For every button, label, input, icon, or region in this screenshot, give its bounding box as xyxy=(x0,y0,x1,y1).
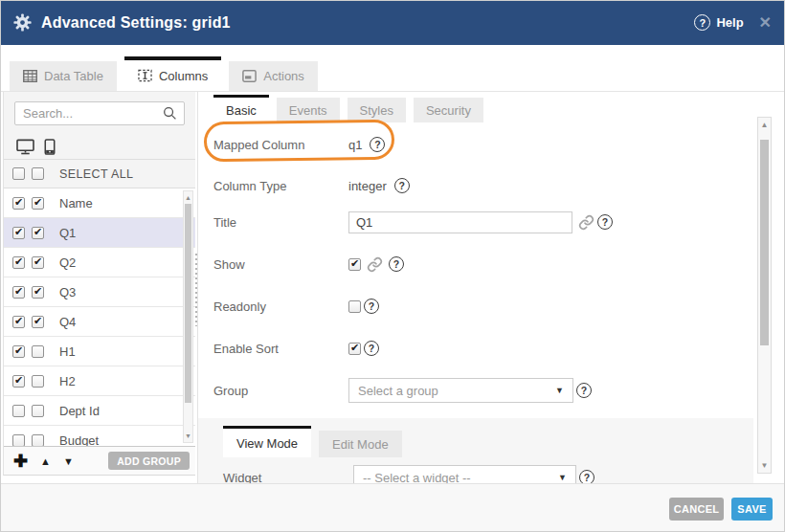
widget-row: Widget -- Select a widget -- ▼ ? xyxy=(223,465,594,483)
save-button[interactable]: SAVE xyxy=(731,498,773,521)
tab-edit-mode[interactable]: Edit Mode xyxy=(319,431,402,457)
tab-label: Security xyxy=(426,103,471,118)
tab-columns[interactable]: Columns xyxy=(124,56,221,91)
title-label: Title xyxy=(213,215,348,230)
close-icon[interactable]: ✕ xyxy=(759,15,772,31)
desktop-checkbox[interactable] xyxy=(12,316,25,328)
detail-tabs: BasicEventsStylesSecurity xyxy=(213,95,483,122)
title-link-icon[interactable] xyxy=(578,214,594,231)
mobile-checkbox[interactable] xyxy=(32,227,44,239)
widget-select-value: -- Select a widget -- xyxy=(363,471,471,484)
list-item-q1[interactable]: Q1 xyxy=(4,218,195,248)
desktop-checkbox[interactable] xyxy=(12,434,25,447)
tab-basic[interactable]: Basic xyxy=(213,95,269,122)
mode-section: View ModeEdit Mode Widget -- Select a wi… xyxy=(198,418,753,483)
search-input[interactable] xyxy=(14,101,185,125)
cancel-button[interactable]: CANCEL xyxy=(669,498,724,521)
mobile-checkbox[interactable] xyxy=(32,375,44,388)
show-help-icon[interactable]: ? xyxy=(389,256,404,272)
device-column-headers xyxy=(4,134,195,159)
mobile-checkbox[interactable] xyxy=(32,316,44,328)
settings-scrollbar-thumb[interactable] xyxy=(760,140,769,345)
title-help-icon[interactable]: ? xyxy=(597,214,613,230)
add-column-button[interactable]: ✚ xyxy=(13,453,28,470)
move-down-button[interactable]: ▼ xyxy=(63,455,74,467)
scroll-up-icon[interactable]: ▲ xyxy=(184,192,192,203)
readonly-checkbox[interactable] xyxy=(348,300,361,313)
desktop-checkbox[interactable] xyxy=(12,227,25,239)
mobile-icon xyxy=(44,139,56,155)
mode-tabs: View ModeEdit Mode xyxy=(223,426,402,457)
mapped-column-help-icon[interactable]: ? xyxy=(370,137,385,152)
tab-data-table[interactable]: Data Table xyxy=(10,61,117,91)
readonly-help-icon[interactable]: ? xyxy=(364,299,379,314)
data-table-icon xyxy=(23,70,37,82)
desktop-checkbox[interactable] xyxy=(12,375,25,388)
title-row: Title ? xyxy=(213,203,732,241)
list-item-label: Q2 xyxy=(59,255,76,270)
help-button[interactable]: ? Help xyxy=(694,14,743,31)
title-input[interactable] xyxy=(348,211,572,233)
tab-label: Actions xyxy=(263,69,304,83)
mobile-checkbox[interactable] xyxy=(32,256,44,269)
column-settings-panel: BasicEventsStylesSecurity Mapped Column … xyxy=(197,92,757,483)
help-label: Help xyxy=(716,15,743,30)
move-up-button[interactable]: ▲ xyxy=(40,455,51,467)
group-help-icon[interactable]: ? xyxy=(576,383,592,398)
list-item-q4[interactable]: Q4 xyxy=(4,307,195,337)
desktop-checkbox[interactable] xyxy=(12,197,25,210)
enable-sort-checkbox[interactable] xyxy=(348,343,361,355)
tab-events[interactable]: Events xyxy=(277,98,340,122)
list-item-q2[interactable]: Q2 xyxy=(4,248,195,277)
widget-help-icon[interactable]: ? xyxy=(579,470,594,483)
add-group-button[interactable]: ADD GROUP xyxy=(108,452,190,470)
show-row: Show ? xyxy=(213,247,732,281)
desktop-icon xyxy=(16,139,34,155)
list-item-budget[interactable]: Budget xyxy=(4,426,195,447)
settings-scrollbar[interactable]: ▲ ▼ xyxy=(757,117,772,474)
show-checkbox[interactable] xyxy=(348,258,361,271)
search-icon[interactable] xyxy=(163,106,177,124)
list-item-h1[interactable]: H1 xyxy=(4,337,195,366)
dialog-footer: CANCEL SAVE xyxy=(0,483,785,532)
scroll-down-icon[interactable]: ▼ xyxy=(184,431,192,441)
gear-icon xyxy=(13,13,32,32)
scroll-down-icon[interactable]: ▼ xyxy=(758,459,771,472)
list-toolbar: ✚ ▲ ▼ ADD GROUP xyxy=(4,446,195,475)
list-item-h2[interactable]: H2 xyxy=(4,366,195,396)
show-link-icon[interactable] xyxy=(367,256,383,273)
group-select[interactable]: Select a group ▼ xyxy=(348,378,573,403)
list-item-label: Budget xyxy=(59,433,99,448)
mobile-checkbox[interactable] xyxy=(32,405,44,417)
widget-select[interactable]: -- Select a widget -- ▼ xyxy=(353,465,576,483)
mapped-column-value: q1 xyxy=(348,138,362,152)
select-all-row: SELECT ALL xyxy=(4,159,195,188)
tab-security[interactable]: Security xyxy=(414,98,483,122)
tab-view-mode[interactable]: View Mode xyxy=(223,426,311,457)
desktop-checkbox[interactable] xyxy=(12,286,25,299)
list-scrollbar[interactable]: ▲ ▼ xyxy=(183,190,193,443)
group-row: Group Select a group ▼ ? xyxy=(213,371,732,410)
mobile-checkbox[interactable] xyxy=(32,286,44,299)
desktop-checkbox[interactable] xyxy=(12,405,25,417)
list-scrollbar-thumb[interactable] xyxy=(185,204,191,403)
select-all-desktop-checkbox[interactable] xyxy=(12,167,25,180)
desktop-checkbox[interactable] xyxy=(12,256,25,269)
mobile-checkbox[interactable] xyxy=(32,345,44,358)
list-item-name[interactable]: Name xyxy=(4,188,195,218)
enable-sort-help-icon[interactable]: ? xyxy=(364,341,379,356)
list-item-q3[interactable]: Q3 xyxy=(4,277,195,307)
desktop-checkbox[interactable] xyxy=(12,345,25,358)
tab-label: Styles xyxy=(360,103,393,118)
select-all-mobile-checkbox[interactable] xyxy=(32,167,44,180)
column-type-help-icon[interactable]: ? xyxy=(394,178,410,193)
list-item-dept-id[interactable]: Dept Id xyxy=(4,396,195,426)
tab-actions[interactable]: Actions xyxy=(229,61,318,91)
tab-label: Basic xyxy=(226,103,257,118)
tab-styles[interactable]: Styles xyxy=(348,98,406,122)
enable-sort-label: Enable Sort xyxy=(213,342,348,356)
mobile-checkbox[interactable] xyxy=(32,197,44,210)
scroll-up-icon[interactable]: ▲ xyxy=(758,119,771,131)
mobile-checkbox[interactable] xyxy=(32,434,44,447)
enable-sort-row: Enable Sort ? xyxy=(213,331,732,366)
